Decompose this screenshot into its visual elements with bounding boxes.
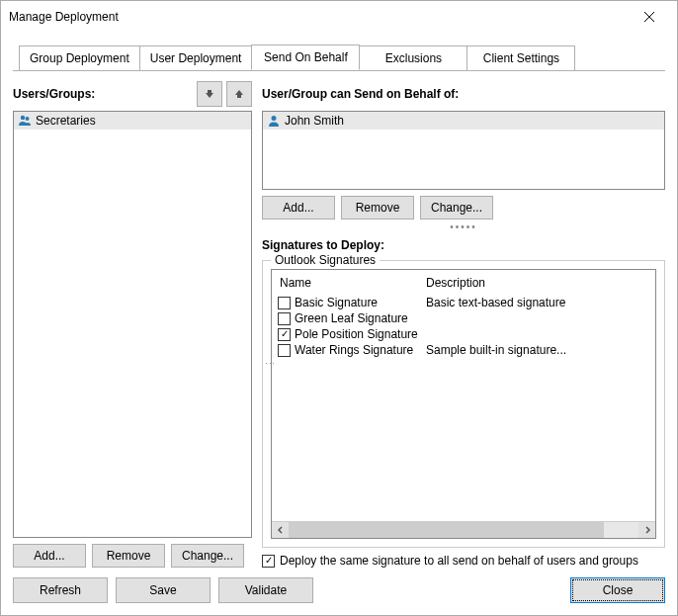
- behalf-list[interactable]: John Smith: [262, 111, 665, 190]
- column-description[interactable]: Description: [426, 276, 649, 290]
- right-pane: User/Group can Send on Behalf of: John S…: [262, 81, 665, 568]
- user-icon: [267, 114, 281, 128]
- add-behalf-button[interactable]: Add...: [262, 196, 335, 220]
- move-down-button[interactable]: [197, 81, 222, 107]
- titlebar: Manage Deployment: [1, 1, 677, 37]
- svg-point-3: [26, 117, 30, 121]
- behalf-label: User/Group can Send on Behalf of:: [262, 87, 459, 101]
- scroll-track[interactable]: [289, 522, 638, 539]
- tab-strip: Group DeploymentUser DeploymentSend On B…: [19, 44, 665, 70]
- content-area: Users/Groups: Secretaries Add... Remove …: [13, 70, 665, 568]
- splitter-dots-horizontal[interactable]: •••••: [262, 221, 665, 232]
- horizontal-scrollbar[interactable]: [272, 521, 655, 538]
- svg-point-4: [272, 116, 277, 121]
- behalf-header: User/Group can Send on Behalf of:: [262, 81, 665, 107]
- table-row[interactable]: Basic SignatureBasic text-based signatur…: [278, 295, 649, 310]
- list-item[interactable]: Secretaries: [14, 112, 251, 130]
- signatures-header-row: Name Description: [272, 270, 655, 295]
- splitter-dots-vertical[interactable]: ⋮: [264, 358, 277, 370]
- users-groups-buttons: Add... Remove Change...: [13, 544, 252, 568]
- tab-group-deployment[interactable]: Group Deployment: [19, 45, 140, 71]
- add-user-group-button[interactable]: Add...: [13, 544, 86, 568]
- table-row[interactable]: ✓Pole Position Signature: [278, 326, 649, 342]
- tab-send-on-behalf[interactable]: Send On Behalf: [251, 44, 360, 70]
- tab-user-deployment[interactable]: User Deployment: [139, 45, 253, 71]
- signature-name: Water Rings Signature: [295, 343, 413, 357]
- group-icon: [18, 114, 32, 128]
- outlook-signatures-legend: Outlook Signatures: [271, 253, 380, 267]
- scroll-thumb[interactable]: [289, 522, 604, 539]
- footer: Refresh Save Validate Close: [1, 568, 677, 615]
- change-user-group-button[interactable]: Change...: [171, 544, 244, 568]
- close-button[interactable]: Close: [570, 577, 665, 603]
- behalf-buttons: Add... Remove Change...: [262, 196, 665, 220]
- deploy-same-label: Deploy the same signature to all send on…: [280, 554, 638, 568]
- signature-name: Pole Position Signature: [295, 327, 418, 341]
- list-item-label: John Smith: [285, 114, 344, 128]
- validate-button[interactable]: Validate: [218, 577, 313, 603]
- signature-name: Basic Signature: [295, 296, 378, 309]
- column-name[interactable]: Name: [278, 276, 426, 290]
- tab-exclusions[interactable]: Exclusions: [359, 45, 467, 71]
- users-groups-header: Users/Groups:: [13, 81, 252, 107]
- save-button[interactable]: Save: [116, 577, 211, 603]
- users-groups-pane: Users/Groups: Secretaries Add... Remove …: [13, 81, 252, 568]
- list-item-label: Secretaries: [36, 114, 96, 128]
- refresh-button[interactable]: Refresh: [13, 577, 108, 603]
- deploy-same-checkbox[interactable]: ✓: [262, 555, 275, 568]
- signature-checkbox[interactable]: ✓: [278, 328, 291, 341]
- signature-description: Sample built-in signature...: [426, 343, 649, 357]
- scroll-left-icon[interactable]: [272, 522, 289, 539]
- signatures-table: Name Description Basic SignatureBasic te…: [271, 269, 656, 539]
- signatures-label: Signatures to Deploy:: [262, 238, 665, 252]
- users-groups-list[interactable]: Secretaries: [13, 111, 252, 538]
- outlook-signatures-group: Outlook Signatures Name Description Basi…: [262, 260, 665, 548]
- tab-client-settings[interactable]: Client Settings: [466, 45, 575, 71]
- remove-behalf-button[interactable]: Remove: [341, 196, 414, 220]
- svg-point-2: [21, 116, 25, 120]
- deploy-same-signature-row: ✓ Deploy the same signature to all send …: [262, 554, 665, 568]
- list-item[interactable]: John Smith: [263, 112, 664, 130]
- users-groups-label: Users/Groups:: [13, 87, 95, 101]
- scroll-right-icon[interactable]: [638, 522, 655, 539]
- window-title: Manage Deployment: [9, 10, 119, 24]
- table-row[interactable]: Water Rings SignatureSample built-in sig…: [278, 342, 649, 358]
- signature-description: Basic text-based signature: [426, 296, 649, 309]
- move-up-button[interactable]: [226, 81, 252, 107]
- change-behalf-button[interactable]: Change...: [420, 196, 493, 220]
- table-row[interactable]: Green Leaf Signature: [278, 310, 649, 326]
- manage-deployment-dialog: Manage Deployment Group DeploymentUser D…: [0, 0, 678, 616]
- signature-name: Green Leaf Signature: [295, 311, 408, 325]
- signatures-body[interactable]: Basic SignatureBasic text-based signatur…: [272, 295, 655, 521]
- close-icon[interactable]: [630, 5, 669, 29]
- signature-checkbox[interactable]: [278, 344, 291, 357]
- remove-user-group-button[interactable]: Remove: [92, 544, 165, 568]
- signature-checkbox[interactable]: [278, 312, 291, 325]
- signature-checkbox[interactable]: [278, 297, 291, 309]
